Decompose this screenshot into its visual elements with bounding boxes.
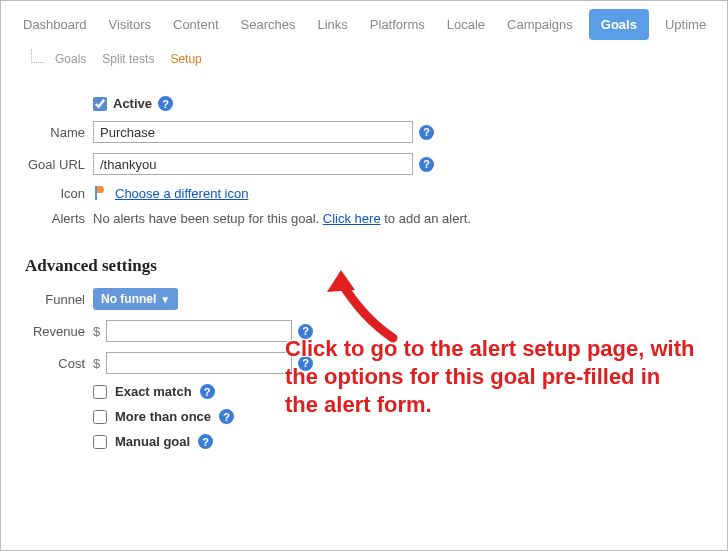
exact-match-checkbox[interactable] — [93, 385, 107, 399]
manual-goal-checkbox[interactable] — [93, 435, 107, 449]
active-label: Active — [113, 96, 152, 111]
goal-url-label: Goal URL — [25, 157, 93, 172]
name-input[interactable] — [93, 121, 413, 143]
nav-platforms[interactable]: Platforms — [364, 10, 431, 39]
main-nav: Dashboard Visitors Content Searches Link… — [1, 1, 727, 46]
subnav-setup[interactable]: Setup — [168, 50, 203, 68]
funnel-dropdown[interactable]: No funnel ▼ — [93, 288, 178, 310]
help-icon[interactable]: ? — [419, 125, 434, 140]
nav-dashboard[interactable]: Dashboard — [17, 10, 93, 39]
advanced-settings-heading: Advanced settings — [25, 256, 703, 276]
choose-icon-link[interactable]: Choose a different icon — [115, 186, 248, 201]
revenue-label: Revenue — [25, 324, 93, 339]
goal-url-input[interactable] — [93, 153, 413, 175]
subnav-goals[interactable]: Goals — [53, 50, 88, 68]
nav-searches[interactable]: Searches — [235, 10, 302, 39]
tree-indent-icon — [31, 49, 45, 63]
cost-input[interactable] — [106, 352, 292, 374]
exact-match-label: Exact match — [115, 384, 192, 399]
manual-goal-label: Manual goal — [115, 434, 190, 449]
help-icon[interactable]: ? — [219, 409, 234, 424]
help-icon[interactable]: ? — [200, 384, 215, 399]
goal-form: Active ? Name ? Goal URL ? Icon Choose a… — [1, 78, 727, 467]
nav-content[interactable]: Content — [167, 10, 225, 39]
funnel-label: Funnel — [25, 292, 93, 307]
nav-custom[interactable]: Custom — [722, 10, 728, 39]
nav-campaigns[interactable]: Campaigns — [501, 10, 579, 39]
help-icon[interactable]: ? — [298, 356, 313, 371]
help-icon[interactable]: ? — [419, 157, 434, 172]
sub-nav: Goals Split tests Setup — [1, 46, 727, 78]
funnel-value: No funnel — [101, 292, 156, 306]
more-than-once-checkbox[interactable] — [93, 410, 107, 424]
flag-icon — [93, 185, 109, 201]
more-than-once-label: More than once — [115, 409, 211, 424]
active-checkbox[interactable] — [93, 97, 107, 111]
cost-label: Cost — [25, 356, 93, 371]
icon-label: Icon — [25, 186, 93, 201]
name-label: Name — [25, 125, 93, 140]
alerts-label: Alerts — [25, 211, 93, 226]
subnav-split-tests[interactable]: Split tests — [100, 50, 156, 68]
nav-links[interactable]: Links — [311, 10, 353, 39]
chevron-down-icon: ▼ — [160, 294, 170, 305]
currency-symbol: $ — [93, 356, 100, 371]
alerts-text: No alerts have been setup for this goal.… — [93, 211, 471, 226]
alerts-click-here-link[interactable]: Click here — [323, 211, 381, 226]
nav-locale[interactable]: Locale — [441, 10, 491, 39]
help-icon[interactable]: ? — [158, 96, 173, 111]
help-icon[interactable]: ? — [298, 324, 313, 339]
nav-visitors[interactable]: Visitors — [103, 10, 157, 39]
help-icon[interactable]: ? — [198, 434, 213, 449]
revenue-input[interactable] — [106, 320, 292, 342]
currency-symbol: $ — [93, 324, 100, 339]
nav-goals[interactable]: Goals — [589, 9, 649, 40]
nav-uptime[interactable]: Uptime — [659, 10, 712, 39]
